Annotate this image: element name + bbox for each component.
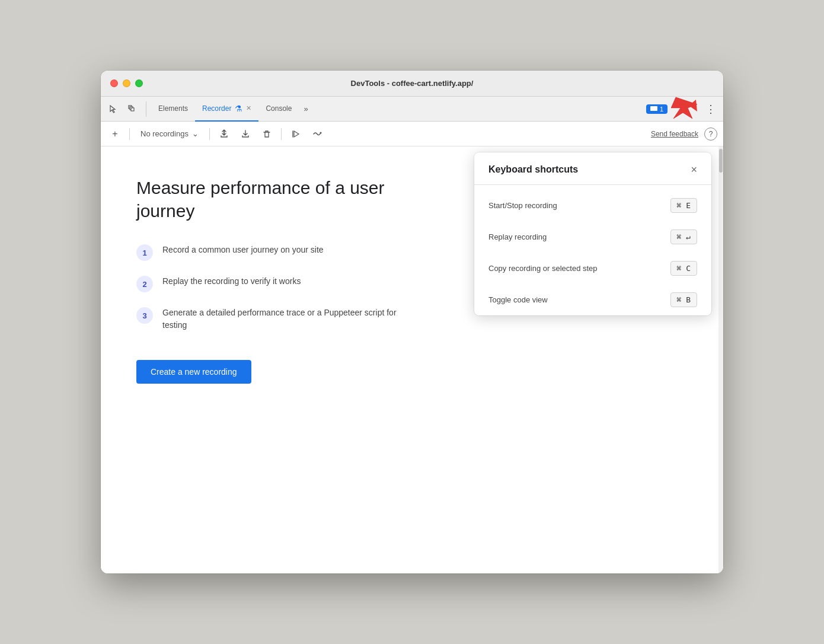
tab-recorder[interactable]: Recorder ⚗ ✕ [195,97,258,122]
cursor-icon[interactable] [106,101,121,117]
popup-close-button[interactable]: × [691,164,697,175]
toolbar-divider-2 [209,128,210,140]
step-number-2: 2 [136,276,153,292]
delete-button[interactable] [258,126,275,142]
send-feedback-button[interactable]: Send feedback [651,130,698,138]
more-tabs-button[interactable]: » [299,97,312,122]
tab-console[interactable]: Console [258,97,299,122]
svg-rect-5 [651,108,655,109]
popup-title: Keyboard shortcuts [488,164,578,175]
replay-button[interactable] [288,126,304,142]
dt-icon-group [106,101,146,117]
create-recording-button[interactable]: Create a new recording [136,360,251,384]
recordings-dropdown[interactable]: No recordings ⌄ [136,127,203,141]
shortcut-row-2: Copy recording or selected step ⌘ C [474,253,711,284]
more-options-button[interactable]: ⋮ [703,100,718,118]
step-text-2: Replay the recording to verify it works [162,275,301,288]
shortcut-row-0: Start/Stop recording ⌘ E [474,190,711,221]
step-text-3: Generate a detailed performance trace or… [162,307,397,331]
toolbar-right: Send feedback ? [651,127,717,141]
devtools-window: DevTools - coffee-cart.netlify.app/ Elem… [101,71,723,573]
svg-marker-7 [689,100,697,111]
shortcut-key-2: ⌘ C [670,261,697,276]
red-arrow-icon [671,95,700,121]
close-button[interactable] [110,79,118,87]
toolbar-divider-3 [281,128,282,140]
shortcut-key-0: ⌘ E [670,198,697,213]
add-recording-button[interactable]: + [107,126,123,142]
keyboard-shortcuts-popup: Keyboard shortcuts × Start/Stop recordin… [474,152,711,315]
window-title: DevTools - coffee-cart.netlify.app/ [351,79,474,88]
import-button[interactable] [237,126,254,142]
headline: Measure performance of a user journey [136,176,397,222]
red-arrow-annotation [671,95,700,123]
popup-header: Keyboard shortcuts × [474,152,711,184]
shortcut-row-1: Replay recording ⌘ ↵ [474,221,711,253]
step-number-1: 1 [136,244,153,261]
svg-point-9 [320,132,321,133]
performance-button[interactable] [309,126,325,142]
shortcut-label-2: Copy recording or selected step [488,264,598,273]
devtools-tab-bar: Elements Recorder ⚗ ✕ Console » 1 [101,97,723,122]
popup-divider [474,184,711,185]
help-button[interactable]: ? [704,127,717,141]
recorder-flask-icon: ⚗ [235,104,242,113]
svg-marker-8 [294,131,299,137]
dt-right-controls: 1 ⋮ [646,95,718,123]
traffic-lights [110,79,143,87]
tab-elements[interactable]: Elements [151,97,195,122]
chevron-down-icon: ⌄ [192,129,199,138]
svg-rect-2 [131,108,134,111]
shortcut-label-1: Replay recording [488,232,547,241]
recorder-tab-close[interactable]: ✕ [246,104,251,112]
step-item-2: 2 Replay the recording to verify it work… [136,275,397,292]
shortcut-label-3: Toggle code view [488,295,548,304]
scrollbar[interactable] [718,146,723,573]
shortcut-row-3: Toggle code view ⌘ B [474,284,711,315]
step-item-1: 1 Record a common user journey on your s… [136,244,397,261]
recorder-toolbar: + No recordings ⌄ [101,122,723,146]
steps-list: 1 Record a common user journey on your s… [136,244,397,331]
step-number-3: 3 [136,307,153,324]
content-left: Measure performance of a user journey 1 … [101,146,433,413]
maximize-button[interactable] [135,79,143,87]
layers-icon[interactable] [124,101,140,117]
main-content: Measure performance of a user journey 1 … [101,146,723,573]
shortcut-key-1: ⌘ ↵ [670,229,697,244]
shortcut-label-0: Start/Stop recording [488,201,557,210]
step-text-1: Record a common user journey on your sit… [162,244,324,256]
scrollbar-thumb[interactable] [719,149,723,173]
notification-badge[interactable]: 1 [646,104,667,114]
step-item-3: 3 Generate a detailed performance trace … [136,307,397,331]
svg-rect-4 [651,107,657,108]
shortcut-key-3: ⌘ B [670,292,697,307]
toolbar-divider-1 [129,128,130,140]
minimize-button[interactable] [123,79,130,87]
export-button[interactable] [216,126,232,142]
title-bar: DevTools - coffee-cart.netlify.app/ [101,71,723,97]
